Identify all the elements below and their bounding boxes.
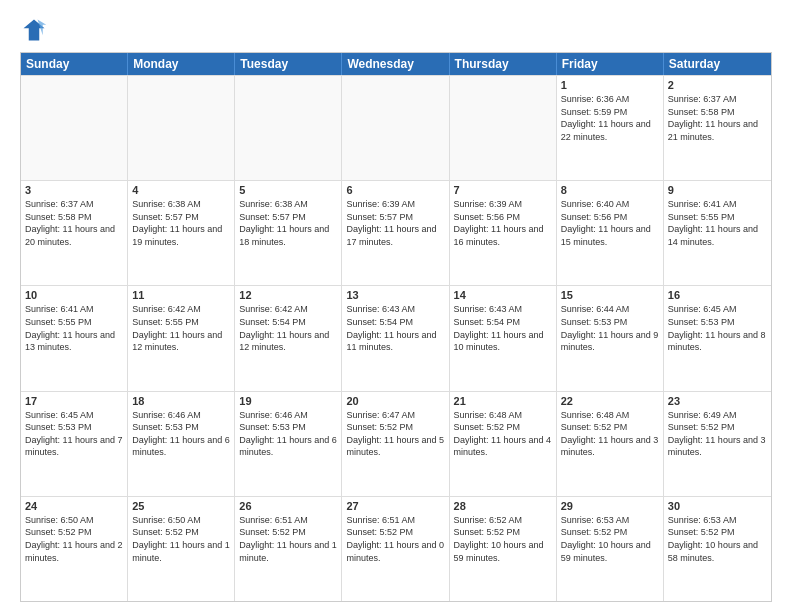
day-info: Sunrise: 6:46 AM Sunset: 5:53 PM Dayligh…: [239, 409, 337, 459]
day-number: 8: [561, 184, 659, 196]
day-info: Sunrise: 6:37 AM Sunset: 5:58 PM Dayligh…: [668, 93, 767, 143]
day-info: Sunrise: 6:48 AM Sunset: 5:52 PM Dayligh…: [454, 409, 552, 459]
day-info: Sunrise: 6:50 AM Sunset: 5:52 PM Dayligh…: [25, 514, 123, 564]
day-info: Sunrise: 6:51 AM Sunset: 5:52 PM Dayligh…: [346, 514, 444, 564]
calendar-cell: 12Sunrise: 6:42 AM Sunset: 5:54 PM Dayli…: [235, 286, 342, 390]
calendar-cell: 27Sunrise: 6:51 AM Sunset: 5:52 PM Dayli…: [342, 497, 449, 601]
calendar-row: 17Sunrise: 6:45 AM Sunset: 5:53 PM Dayli…: [21, 391, 771, 496]
calendar-cell: 10Sunrise: 6:41 AM Sunset: 5:55 PM Dayli…: [21, 286, 128, 390]
weekday-header: Tuesday: [235, 53, 342, 75]
calendar-cell: 18Sunrise: 6:46 AM Sunset: 5:53 PM Dayli…: [128, 392, 235, 496]
page-header: [20, 16, 772, 44]
day-number: 25: [132, 500, 230, 512]
day-info: Sunrise: 6:52 AM Sunset: 5:52 PM Dayligh…: [454, 514, 552, 564]
calendar-cell: 6Sunrise: 6:39 AM Sunset: 5:57 PM Daylig…: [342, 181, 449, 285]
day-number: 15: [561, 289, 659, 301]
calendar-row: 1Sunrise: 6:36 AM Sunset: 5:59 PM Daylig…: [21, 75, 771, 180]
calendar-cell: 19Sunrise: 6:46 AM Sunset: 5:53 PM Dayli…: [235, 392, 342, 496]
day-info: Sunrise: 6:36 AM Sunset: 5:59 PM Dayligh…: [561, 93, 659, 143]
calendar-cell: 24Sunrise: 6:50 AM Sunset: 5:52 PM Dayli…: [21, 497, 128, 601]
weekday-header: Friday: [557, 53, 664, 75]
calendar-header: SundayMondayTuesdayWednesdayThursdayFrid…: [21, 53, 771, 75]
calendar-cell: [342, 76, 449, 180]
day-number: 16: [668, 289, 767, 301]
day-number: 27: [346, 500, 444, 512]
day-number: 4: [132, 184, 230, 196]
day-info: Sunrise: 6:38 AM Sunset: 5:57 PM Dayligh…: [239, 198, 337, 248]
day-number: 23: [668, 395, 767, 407]
day-number: 13: [346, 289, 444, 301]
calendar-cell: 20Sunrise: 6:47 AM Sunset: 5:52 PM Dayli…: [342, 392, 449, 496]
day-info: Sunrise: 6:40 AM Sunset: 5:56 PM Dayligh…: [561, 198, 659, 248]
day-info: Sunrise: 6:41 AM Sunset: 5:55 PM Dayligh…: [25, 303, 123, 353]
day-number: 6: [346, 184, 444, 196]
day-number: 29: [561, 500, 659, 512]
calendar-cell: 21Sunrise: 6:48 AM Sunset: 5:52 PM Dayli…: [450, 392, 557, 496]
day-info: Sunrise: 6:51 AM Sunset: 5:52 PM Dayligh…: [239, 514, 337, 564]
day-number: 5: [239, 184, 337, 196]
weekday-header: Thursday: [450, 53, 557, 75]
day-info: Sunrise: 6:49 AM Sunset: 5:52 PM Dayligh…: [668, 409, 767, 459]
calendar-cell: 8Sunrise: 6:40 AM Sunset: 5:56 PM Daylig…: [557, 181, 664, 285]
calendar-cell: 22Sunrise: 6:48 AM Sunset: 5:52 PM Dayli…: [557, 392, 664, 496]
weekday-header: Monday: [128, 53, 235, 75]
calendar-cell: [21, 76, 128, 180]
day-info: Sunrise: 6:45 AM Sunset: 5:53 PM Dayligh…: [25, 409, 123, 459]
calendar-cell: [450, 76, 557, 180]
day-number: 12: [239, 289, 337, 301]
calendar-cell: [128, 76, 235, 180]
day-info: Sunrise: 6:41 AM Sunset: 5:55 PM Dayligh…: [668, 198, 767, 248]
weekday-header: Sunday: [21, 53, 128, 75]
day-info: Sunrise: 6:38 AM Sunset: 5:57 PM Dayligh…: [132, 198, 230, 248]
calendar-cell: 13Sunrise: 6:43 AM Sunset: 5:54 PM Dayli…: [342, 286, 449, 390]
day-info: Sunrise: 6:53 AM Sunset: 5:52 PM Dayligh…: [561, 514, 659, 564]
day-info: Sunrise: 6:47 AM Sunset: 5:52 PM Dayligh…: [346, 409, 444, 459]
calendar-cell: 1Sunrise: 6:36 AM Sunset: 5:59 PM Daylig…: [557, 76, 664, 180]
calendar-cell: [235, 76, 342, 180]
day-number: 28: [454, 500, 552, 512]
calendar-cell: 9Sunrise: 6:41 AM Sunset: 5:55 PM Daylig…: [664, 181, 771, 285]
weekday-header: Saturday: [664, 53, 771, 75]
day-number: 3: [25, 184, 123, 196]
weekday-header: Wednesday: [342, 53, 449, 75]
day-number: 21: [454, 395, 552, 407]
calendar-row: 10Sunrise: 6:41 AM Sunset: 5:55 PM Dayli…: [21, 285, 771, 390]
day-number: 9: [668, 184, 767, 196]
day-info: Sunrise: 6:37 AM Sunset: 5:58 PM Dayligh…: [25, 198, 123, 248]
day-number: 22: [561, 395, 659, 407]
calendar-cell: 3Sunrise: 6:37 AM Sunset: 5:58 PM Daylig…: [21, 181, 128, 285]
day-number: 1: [561, 79, 659, 91]
calendar-cell: 5Sunrise: 6:38 AM Sunset: 5:57 PM Daylig…: [235, 181, 342, 285]
day-number: 30: [668, 500, 767, 512]
calendar-body: 1Sunrise: 6:36 AM Sunset: 5:59 PM Daylig…: [21, 75, 771, 601]
day-number: 11: [132, 289, 230, 301]
calendar-cell: 15Sunrise: 6:44 AM Sunset: 5:53 PM Dayli…: [557, 286, 664, 390]
calendar-cell: 11Sunrise: 6:42 AM Sunset: 5:55 PM Dayli…: [128, 286, 235, 390]
day-info: Sunrise: 6:42 AM Sunset: 5:54 PM Dayligh…: [239, 303, 337, 353]
day-info: Sunrise: 6:53 AM Sunset: 5:52 PM Dayligh…: [668, 514, 767, 564]
calendar: SundayMondayTuesdayWednesdayThursdayFrid…: [20, 52, 772, 602]
day-info: Sunrise: 6:42 AM Sunset: 5:55 PM Dayligh…: [132, 303, 230, 353]
day-number: 24: [25, 500, 123, 512]
calendar-row: 3Sunrise: 6:37 AM Sunset: 5:58 PM Daylig…: [21, 180, 771, 285]
calendar-cell: 17Sunrise: 6:45 AM Sunset: 5:53 PM Dayli…: [21, 392, 128, 496]
day-info: Sunrise: 6:46 AM Sunset: 5:53 PM Dayligh…: [132, 409, 230, 459]
day-info: Sunrise: 6:45 AM Sunset: 5:53 PM Dayligh…: [668, 303, 767, 353]
calendar-cell: 23Sunrise: 6:49 AM Sunset: 5:52 PM Dayli…: [664, 392, 771, 496]
calendar-cell: 26Sunrise: 6:51 AM Sunset: 5:52 PM Dayli…: [235, 497, 342, 601]
day-number: 20: [346, 395, 444, 407]
calendar-cell: 29Sunrise: 6:53 AM Sunset: 5:52 PM Dayli…: [557, 497, 664, 601]
calendar-cell: 25Sunrise: 6:50 AM Sunset: 5:52 PM Dayli…: [128, 497, 235, 601]
day-number: 2: [668, 79, 767, 91]
day-number: 19: [239, 395, 337, 407]
day-number: 17: [25, 395, 123, 407]
logo-icon: [20, 16, 48, 44]
day-info: Sunrise: 6:44 AM Sunset: 5:53 PM Dayligh…: [561, 303, 659, 353]
logo: [20, 16, 52, 44]
day-number: 10: [25, 289, 123, 301]
day-number: 14: [454, 289, 552, 301]
day-info: Sunrise: 6:39 AM Sunset: 5:56 PM Dayligh…: [454, 198, 552, 248]
day-info: Sunrise: 6:48 AM Sunset: 5:52 PM Dayligh…: [561, 409, 659, 459]
calendar-cell: 30Sunrise: 6:53 AM Sunset: 5:52 PM Dayli…: [664, 497, 771, 601]
calendar-cell: 4Sunrise: 6:38 AM Sunset: 5:57 PM Daylig…: [128, 181, 235, 285]
